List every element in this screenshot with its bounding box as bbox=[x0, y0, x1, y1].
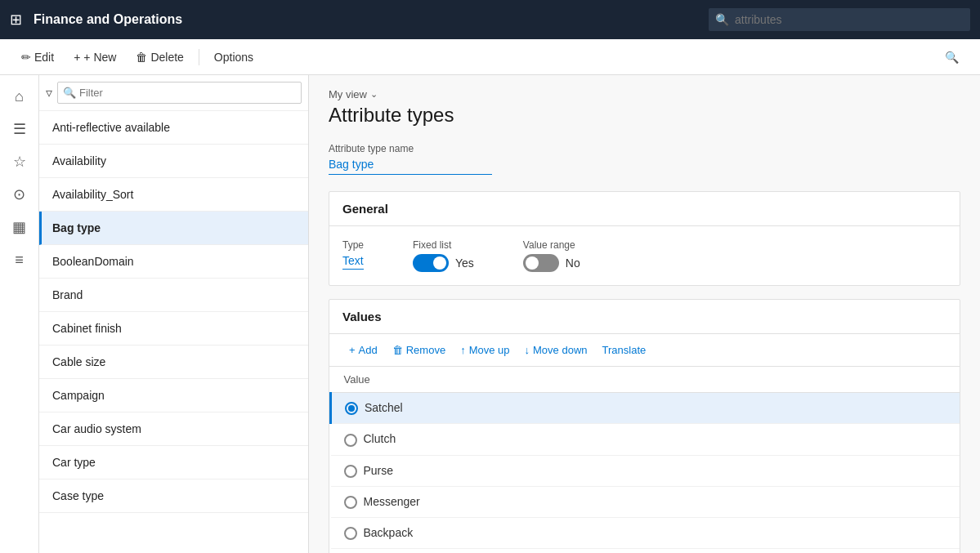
list-item[interactable]: Car type bbox=[39, 446, 308, 479]
global-search-input[interactable] bbox=[709, 8, 970, 31]
hamburger-icon: ☰ bbox=[13, 120, 26, 138]
list-item[interactable]: Cabinet finish bbox=[39, 312, 308, 346]
translate-button[interactable]: Translate bbox=[596, 341, 653, 359]
search-button[interactable]: 🔍 bbox=[937, 46, 967, 69]
general-fields-row: Type Text Fixed list Yes bbox=[342, 239, 946, 272]
list-item[interactable]: Campaign bbox=[39, 379, 308, 413]
value-row[interactable]: Messenger bbox=[331, 486, 960, 517]
translate-label: Translate bbox=[602, 344, 647, 356]
move-up-label: Move up bbox=[469, 344, 510, 356]
add-value-button[interactable]: + Add bbox=[342, 341, 384, 359]
detail-panel: My view ⌄ Attribute types Attribute type… bbox=[309, 75, 980, 553]
list-item[interactable]: Availability bbox=[39, 145, 308, 178]
general-section-header: General bbox=[329, 192, 960, 226]
new-label: + New bbox=[83, 51, 116, 64]
filter-icon: ▿ bbox=[46, 85, 52, 100]
value-range-label: Value range bbox=[523, 239, 580, 251]
value-row[interactable]: Satchel bbox=[331, 393, 960, 424]
edit-button[interactable]: ✏ Edit bbox=[13, 46, 62, 69]
fixed-list-label: Fixed list bbox=[413, 239, 474, 251]
new-button[interactable]: + + New bbox=[65, 46, 124, 69]
value-range-group: Value range No bbox=[523, 239, 580, 272]
move-up-icon: ↑ bbox=[460, 344, 466, 356]
favorites-button[interactable]: ☆ bbox=[5, 147, 34, 176]
radio-circle bbox=[344, 496, 357, 509]
remove-icon: 🗑 bbox=[392, 344, 403, 356]
options-button[interactable]: Options bbox=[206, 46, 262, 69]
history-button[interactable]: ⊙ bbox=[5, 180, 34, 209]
value-row[interactable]: Wallet bbox=[331, 549, 960, 553]
search-wrapper: 🔍 bbox=[709, 8, 970, 31]
top-bar: ⊞ Finance and Operations 🔍 bbox=[0, 0, 980, 39]
type-label: Type bbox=[342, 239, 364, 251]
workspaces-icon: ▦ bbox=[12, 218, 26, 236]
attr-type-name-value[interactable]: Bag type bbox=[329, 158, 492, 175]
value-range-toggle[interactable] bbox=[523, 254, 559, 272]
attr-type-name-group: Attribute type name Bag type bbox=[329, 143, 960, 175]
value-range-toggle-thumb bbox=[526, 256, 539, 270]
values-column-header: Value bbox=[331, 367, 960, 393]
options-label: Options bbox=[214, 51, 253, 64]
radio-circle bbox=[344, 434, 357, 447]
type-value[interactable]: Text bbox=[342, 254, 364, 270]
add-icon: + bbox=[349, 344, 356, 356]
value-range-toggle-row: No bbox=[523, 254, 580, 272]
type-field: Type Text bbox=[342, 239, 364, 270]
move-down-button[interactable]: ↓ Move down bbox=[518, 341, 594, 359]
move-up-button[interactable]: ↑ Move up bbox=[454, 341, 516, 359]
workspaces-button[interactable]: ▦ bbox=[5, 212, 34, 242]
general-section: General Type Text Fixed list bbox=[329, 191, 960, 286]
add-label: Add bbox=[359, 344, 378, 356]
search-icon: 🔍 bbox=[715, 13, 729, 26]
modules-icon: ≡ bbox=[15, 252, 24, 269]
new-icon: + bbox=[74, 51, 80, 64]
value-row[interactable]: Purse bbox=[331, 455, 960, 486]
app-title: Finance and Operations bbox=[34, 12, 700, 27]
value-row[interactable]: Clutch bbox=[331, 424, 960, 455]
grid-icon[interactable]: ⊞ bbox=[10, 11, 22, 29]
values-table: Value SatchelClutchPurseMessengerBackpac… bbox=[329, 367, 960, 553]
hamburger-button[interactable]: ☰ bbox=[5, 114, 34, 144]
my-view-chevron-icon: ⌄ bbox=[370, 89, 378, 100]
modules-button[interactable]: ≡ bbox=[5, 245, 34, 274]
move-down-label: Move down bbox=[533, 344, 587, 356]
action-divider bbox=[199, 49, 199, 65]
home-icon: ⌂ bbox=[15, 88, 24, 105]
fixed-list-value: Yes bbox=[455, 256, 474, 270]
list-item[interactable]: Bag type bbox=[39, 212, 308, 245]
home-button[interactable]: ⌂ bbox=[5, 82, 34, 111]
edit-icon: ✏ bbox=[21, 51, 31, 64]
remove-value-button[interactable]: 🗑 Remove bbox=[386, 341, 452, 359]
my-view-label: My view bbox=[329, 88, 367, 100]
delete-icon: 🗑 bbox=[136, 51, 147, 64]
list-item[interactable]: Anti-reflective available bbox=[39, 111, 308, 145]
radio-circle bbox=[344, 527, 357, 540]
list-panel: ▿ 🔍 Anti-reflective availableAvailabilit… bbox=[39, 75, 309, 553]
delete-button[interactable]: 🗑 Delete bbox=[128, 46, 191, 69]
list-item[interactable]: Availability_Sort bbox=[39, 178, 308, 212]
general-section-body: Type Text Fixed list Yes bbox=[329, 226, 960, 285]
fixed-list-toggle[interactable] bbox=[413, 254, 449, 272]
list-item[interactable]: Car audio system bbox=[39, 413, 308, 446]
value-range-value: No bbox=[566, 256, 580, 270]
radio-circle bbox=[345, 402, 358, 415]
left-sidebar: ⌂ ☰ ☆ ⊙ ▦ ≡ bbox=[0, 75, 39, 553]
fixed-list-toggle-thumb bbox=[433, 256, 446, 270]
filter-input-wrapper: 🔍 bbox=[57, 82, 302, 104]
fixed-list-toggle-row: Yes bbox=[413, 254, 474, 272]
action-bar: ✏ Edit + + New 🗑 Delete Options 🔍 bbox=[0, 39, 980, 75]
my-view-bar[interactable]: My view ⌄ bbox=[329, 88, 960, 100]
history-icon: ⊙ bbox=[13, 185, 25, 203]
delete-label: Delete bbox=[150, 51, 183, 64]
list-item[interactable]: Cable size bbox=[39, 346, 308, 379]
page-title: Attribute types bbox=[329, 104, 960, 127]
list-items: Anti-reflective availableAvailabilityAva… bbox=[39, 111, 308, 553]
filter-input[interactable] bbox=[57, 82, 302, 104]
value-row[interactable]: Backpack bbox=[331, 518, 960, 549]
filter-search-icon: 🔍 bbox=[63, 87, 76, 99]
attr-type-name-label: Attribute type name bbox=[329, 143, 960, 154]
list-item[interactable]: Brand bbox=[39, 279, 308, 312]
list-item[interactable]: BooleanDomain bbox=[39, 245, 308, 279]
filter-bar: ▿ 🔍 bbox=[39, 75, 308, 111]
list-item[interactable]: Case type bbox=[39, 479, 308, 513]
